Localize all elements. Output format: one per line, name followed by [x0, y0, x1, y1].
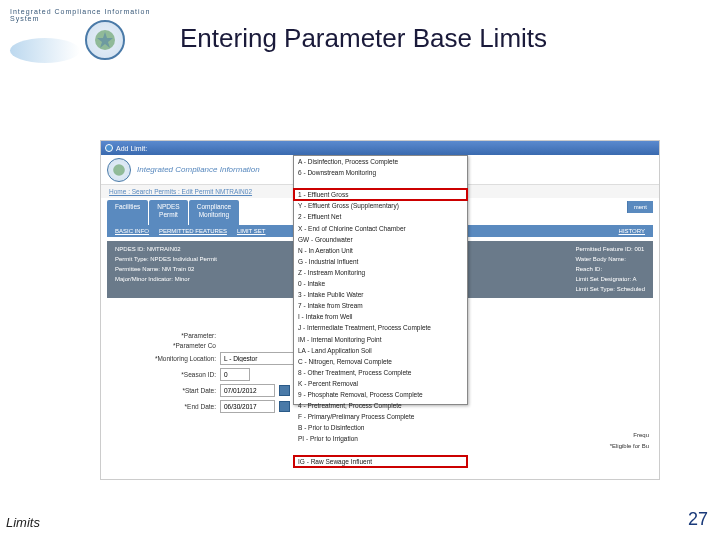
- subnav-basic-info[interactable]: BASIC INFO: [115, 228, 149, 234]
- dropdown-option[interactable]: IG - Raw Sewage Influent: [294, 456, 467, 467]
- dropdown-option[interactable]: 0 - Intake: [294, 278, 467, 289]
- major-minor: Major/Minor Indicator: Minor: [115, 275, 217, 284]
- dropdown-option[interactable]: 7 - Intake from Stream: [294, 300, 467, 311]
- epa-seal-small-icon: [107, 158, 131, 182]
- start-date-label: *Start Date:: [111, 387, 216, 394]
- season-id-label: *Season ID:: [111, 371, 216, 378]
- dropdown-option[interactable]: [294, 444, 467, 455]
- dropdown-option[interactable]: LA - Land Application Soil: [294, 345, 467, 356]
- permitted-feature-id: Permitted Feature ID: 001: [575, 245, 645, 254]
- water-body-name: Water Body Name:: [575, 255, 645, 264]
- subnav-permitted-features[interactable]: PERMITTED FEATURES: [159, 228, 227, 234]
- dropdown-option[interactable]: Z - Instream Monitoring: [294, 267, 467, 278]
- dropdown-option[interactable]: A - Disinfection, Process Complete: [294, 156, 467, 167]
- frequency-label: Frequ: [610, 430, 649, 441]
- window-titlebar: Add Limit:: [101, 141, 659, 155]
- parameter-code-label: *Parameter Co: [111, 342, 216, 349]
- right-notes: Frequ *Eligible for Bu: [610, 430, 649, 452]
- slide-title: Entering Parameter Base Limits: [180, 23, 547, 54]
- slide-header: Integrated Compliance Information System…: [0, 0, 720, 76]
- dropdown-option[interactable]: 8 - Other Treatment, Process Complete: [294, 367, 467, 378]
- epa-seal-icon: [85, 20, 125, 60]
- parameter-dropdown-list[interactable]: A - Disinfection, Process Complete6 - Do…: [293, 155, 468, 405]
- reach-id: Reach ID:: [575, 265, 645, 274]
- page-number: 27: [688, 509, 708, 530]
- swoosh-graphic: [10, 38, 80, 63]
- footer-section-label: Limits: [6, 515, 40, 530]
- dropdown-option[interactable]: PI - Prior to Irrigation: [294, 433, 467, 444]
- permit-type: Permit Type: NPDES Individual Permit: [115, 255, 217, 264]
- dropdown-option[interactable]: J - Intermediate Treatment, Process Comp…: [294, 322, 467, 333]
- calendar-icon[interactable]: [279, 401, 290, 412]
- monitoring-location-label: *Monitoring Location:: [111, 355, 216, 362]
- start-date-input[interactable]: [220, 384, 275, 397]
- window-title: Add Limit:: [116, 145, 147, 152]
- season-id-input[interactable]: [220, 368, 250, 381]
- subnav-history[interactable]: HISTORY: [619, 228, 645, 234]
- right-tab-partial[interactable]: ment: [627, 201, 653, 213]
- dropdown-option[interactable]: [294, 178, 467, 189]
- dropdown-option[interactable]: I - Intake from Well: [294, 311, 467, 322]
- subnav-limit-set[interactable]: LIMIT SET: [237, 228, 266, 234]
- permittee-name: Permittee Name: NM Train 02: [115, 265, 217, 274]
- icis-logo-text: Integrated Compliance Information System: [10, 8, 160, 22]
- end-date-input[interactable]: [220, 400, 275, 413]
- calendar-icon[interactable]: [279, 385, 290, 396]
- dropdown-option[interactable]: IM - Internal Monitoring Point: [294, 334, 467, 345]
- app-name: Integrated Compliance Information: [137, 165, 260, 174]
- end-date-label: *End Date:: [111, 403, 216, 410]
- limit-set-designator: Limit Set Designator: A: [575, 275, 645, 284]
- dropdown-option[interactable]: Y - Effluent Gross (Supplementary): [294, 200, 467, 211]
- dropdown-option[interactable]: X - End of Chlorine Contact Chamber: [294, 223, 467, 234]
- dropdown-option[interactable]: 6 - Downstream Monitoring: [294, 167, 467, 178]
- permit-info-right: Permitted Feature ID: 001 Water Body Nam…: [575, 245, 645, 294]
- dropdown-option[interactable]: C - Nitrogen, Removal Complete: [294, 356, 467, 367]
- dropdown-option[interactable]: F - Primary/Prelimary Process Complete: [294, 411, 467, 422]
- limit-set-type: Limit Set Type: Scheduled: [575, 285, 645, 294]
- dropdown-option[interactable]: 9 - Phosphate Removal, Process Complete: [294, 389, 467, 400]
- dropdown-option[interactable]: 3 - Intake Public Water: [294, 289, 467, 300]
- right-tab-group: ment: [627, 201, 653, 213]
- dropdown-option[interactable]: 4 - Pretreatment, Process Complete: [294, 400, 467, 411]
- ie-icon: [105, 144, 113, 152]
- dropdown-option[interactable]: B - Prior to Disinfection: [294, 422, 467, 433]
- app-screenshot: Add Limit: Integrated Compliance Informa…: [100, 140, 660, 480]
- permit-info-left: NPDES ID: NMTRAIN02 Permit Type: NPDES I…: [115, 245, 217, 294]
- dropdown-option[interactable]: GW - Groundwater: [294, 234, 467, 245]
- tab-facilities[interactable]: Facilities: [107, 200, 148, 225]
- eligible-label: *Eligible for Bu: [610, 441, 649, 452]
- tab-npdes-permit[interactable]: NPDES Permit: [149, 200, 187, 225]
- logo-area: Integrated Compliance Information System: [10, 8, 160, 68]
- dropdown-option[interactable]: N - In Aeration Unit: [294, 245, 467, 256]
- tab-compliance-monitoring[interactable]: Compliance Monitoring: [189, 200, 239, 225]
- dropdown-option[interactable]: 1 - Effluent Gross: [294, 189, 467, 200]
- dropdown-option[interactable]: G - Industrial Influent: [294, 256, 467, 267]
- window-body: Integrated Compliance Information Home :…: [101, 155, 659, 479]
- npdes-id: NPDES ID: NMTRAIN02: [115, 245, 217, 254]
- parameter-label: *Parameter:: [111, 332, 216, 339]
- svg-point-1: [113, 164, 125, 176]
- dropdown-option[interactable]: 2 - Effluent Net: [294, 211, 467, 222]
- dropdown-option[interactable]: K - Percent Removal: [294, 378, 467, 389]
